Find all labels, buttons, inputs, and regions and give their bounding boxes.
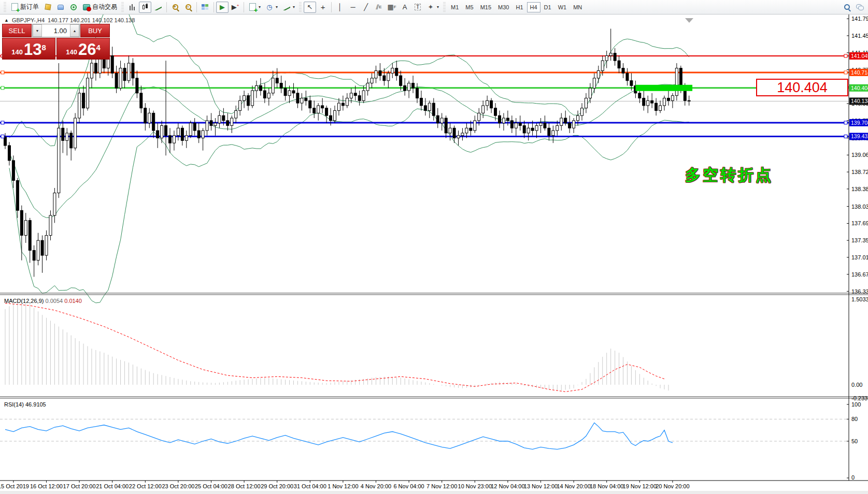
svg-text:138.720: 138.720 (851, 169, 868, 175)
vertical-line-icon: │ (336, 3, 344, 11)
volume-down-button[interactable]: ▼ (33, 24, 42, 37)
svg-text:20 Nov 20:00: 20 Nov 20:00 (656, 483, 689, 489)
vertical-line-button[interactable]: │ (334, 2, 346, 13)
auto-scroll-button[interactable]: ▶ (216, 2, 229, 13)
chart-text-annotation[interactable]: 多空转折点 (685, 165, 773, 186)
volume-up-button[interactable]: ▲ (70, 24, 79, 37)
sell-price-box[interactable]: 140138 (2, 38, 55, 60)
text-label-button[interactable]: T (411, 2, 424, 13)
toolbar-grip[interactable] (299, 2, 302, 12)
text-label-icon: T (414, 3, 422, 11)
svg-text:25 Oct 04:00: 25 Oct 04:00 (195, 483, 227, 489)
arrows-icon: ✦ (426, 3, 435, 11)
toolbar-grip[interactable] (121, 2, 124, 12)
tab-timeframe-m5[interactable]: M5 (462, 2, 476, 12)
indicators-button[interactable]: ▾ (246, 2, 263, 13)
chat-icon (856, 3, 864, 11)
rsi-pane-label: RSI(14) 46.9105 (4, 401, 46, 408)
volume-stepper[interactable]: ▼ 1.00 ▲ (32, 24, 80, 37)
svg-text:138.380: 138.380 (851, 186, 868, 192)
svg-text:140.714: 140.714 (851, 69, 868, 76)
svg-text:1 Nov 12:00: 1 Nov 12:00 (328, 483, 358, 489)
zoom-out-button[interactable]: − (182, 2, 194, 13)
arrows-button[interactable]: ✦▾ (424, 2, 441, 13)
profiles-button[interactable] (54, 2, 67, 13)
price-callout-box[interactable]: 140.404 (756, 79, 848, 96)
chart-window[interactable]: 141.790141.450141.110140.770140.430140.0… (0, 14, 868, 491)
search-button[interactable] (841, 2, 853, 13)
new-order-button[interactable]: 新订单 (8, 2, 41, 13)
price-badge-140.714: 140.714 (849, 69, 868, 76)
bar-chart-button[interactable] (126, 2, 138, 13)
tab-timeframe-d1[interactable]: D1 (541, 2, 554, 12)
auto-scroll-icon: ▶ (218, 3, 226, 11)
volume-value[interactable]: 1.00 (42, 24, 70, 37)
crosshair-button[interactable]: + (317, 2, 329, 13)
channel-button[interactable]: ⫽E (373, 2, 385, 13)
clock-icon: ◷ (265, 3, 274, 11)
signals-button[interactable] (67, 2, 80, 13)
one-click-trading-panel: SELL ▼ 1.00 ▲ BUY 140138 140264 (2, 24, 110, 60)
chat-button[interactable] (853, 2, 866, 13)
chart-ohlc-values: 140.177 140.201 140.102 140.138 (48, 17, 135, 23)
sell-button[interactable]: SELL (2, 24, 32, 37)
svg-text:0.00: 0.00 (851, 382, 862, 388)
tile-windows-button[interactable] (199, 2, 211, 13)
svg-text:19 Nov 12:00: 19 Nov 12:00 (623, 483, 657, 489)
candlestick-chart-icon (141, 3, 149, 11)
templates-button[interactable]: ▾ (280, 2, 297, 13)
svg-text:139.708: 139.708 (851, 120, 868, 126)
periods-button[interactable]: ◷▾ (263, 2, 280, 13)
new-chart-icon (44, 3, 52, 11)
profiles-icon (56, 3, 65, 11)
new-chart-button[interactable] (41, 2, 54, 13)
cursor-button[interactable]: ↖ (304, 2, 316, 13)
svg-text:139.432: 139.432 (851, 133, 868, 139)
line-chart-icon (154, 3, 162, 11)
svg-text:141.790: 141.790 (851, 16, 868, 22)
buy-price-box[interactable]: 140264 (56, 38, 110, 60)
trendline-button[interactable]: ╱ (360, 2, 372, 13)
line-chart-button[interactable] (152, 2, 164, 13)
fibonacci-button[interactable]: ▦F (386, 2, 398, 13)
tab-timeframe-h4[interactable]: H4 (527, 2, 540, 12)
zoom-in-button[interactable]: + (169, 2, 181, 13)
toolbar-grip[interactable] (4, 2, 6, 12)
highlight-zone[interactable] (635, 85, 692, 91)
autotrading-icon (82, 3, 91, 11)
tab-timeframe-m15[interactable]: M15 (477, 2, 494, 12)
tile-windows-icon (201, 3, 209, 11)
horizontal-line-button[interactable]: ─ (347, 2, 359, 13)
price-chart[interactable]: 141.790141.450141.110140.770140.430140.0… (0, 14, 868, 491)
text-button[interactable]: A (399, 2, 411, 13)
indicators-icon (248, 3, 257, 11)
tab-timeframe-h1[interactable]: H1 (513, 2, 526, 12)
autotrading-button[interactable]: 自动交易 (80, 2, 119, 13)
tab-timeframe-m30[interactable]: M30 (495, 2, 512, 12)
svg-text:139.060: 139.060 (851, 152, 868, 158)
svg-text:136.670: 136.670 (851, 271, 868, 278)
svg-text:136.330: 136.330 (851, 288, 868, 295)
chart-shift-button[interactable]: ▶+ (229, 2, 241, 13)
toolbar-grip[interactable] (443, 2, 446, 12)
svg-text:23 Oct 20:00: 23 Oct 20:00 (162, 483, 194, 489)
svg-text:18 Nov 04:00: 18 Nov 04:00 (590, 483, 623, 489)
buy-button[interactable]: BUY (80, 24, 110, 37)
horizontal-line-icon: ─ (349, 3, 357, 11)
chart-symbol-period: GBPJPY-,H4 (12, 17, 45, 23)
tab-timeframe-mn[interactable]: MN (570, 2, 585, 12)
svg-text:21 Oct 04:00: 21 Oct 04:00 (96, 483, 129, 489)
svg-text:137.690: 137.690 (851, 220, 868, 226)
channel-icon: ⫽E (375, 3, 383, 11)
price-badge-139.708: 139.708 (849, 119, 868, 126)
trendline-icon: ╱ (362, 3, 370, 11)
candlestick-chart-button[interactable] (139, 2, 151, 13)
templates-icon (282, 3, 291, 11)
svg-text:140.138: 140.138 (851, 98, 868, 104)
tab-timeframe-w1[interactable]: W1 (555, 2, 570, 12)
tab-timeframe-m1[interactable]: M1 (448, 2, 462, 12)
svg-text:7 Nov 12:00: 7 Nov 12:00 (426, 483, 457, 489)
panel-collapse-icon[interactable]: ▲ (4, 18, 9, 23)
svg-text:15 Oct 2019: 15 Oct 2019 (0, 483, 29, 489)
chart-shift-icon: ▶+ (231, 3, 239, 11)
